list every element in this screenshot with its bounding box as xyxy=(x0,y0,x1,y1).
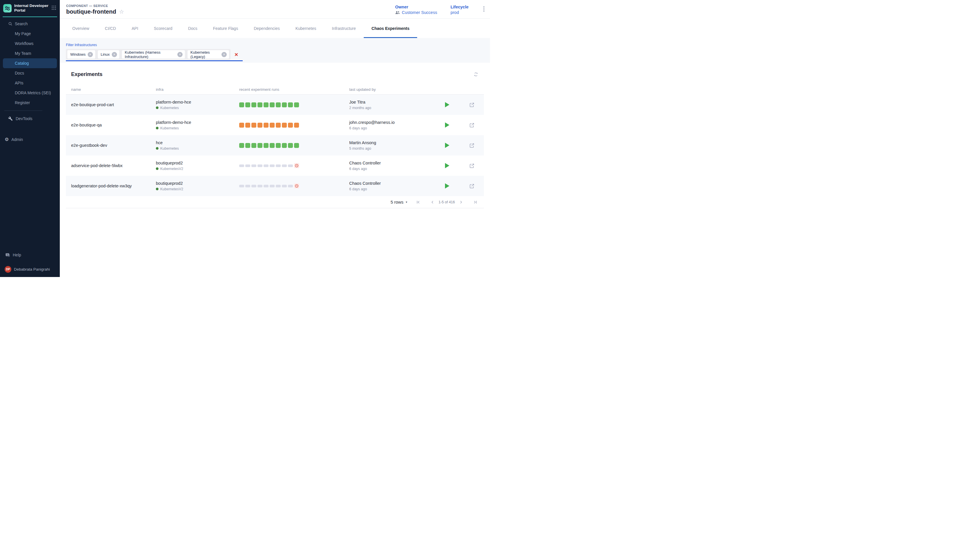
experiment-run-square[interactable] xyxy=(276,102,281,107)
sidebar-item-devtools[interactable]: DevTools xyxy=(0,114,60,124)
experiment-run-square[interactable] xyxy=(263,102,268,107)
sidebar-item-docs[interactable]: Docs xyxy=(0,68,60,78)
experiment-run-square[interactable] xyxy=(257,123,262,127)
tab-dependencies[interactable]: Dependencies xyxy=(246,19,288,38)
rows-per-page-select[interactable]: 5 rows ▾ xyxy=(390,199,407,204)
experiment-run-square[interactable] xyxy=(263,143,268,148)
tab-chaos-experiments[interactable]: Chaos Experiments xyxy=(364,19,417,38)
clear-filters-button[interactable]: × xyxy=(235,51,238,57)
experiment-run-square[interactable] xyxy=(263,123,268,127)
favorite-star-icon[interactable]: ☆ xyxy=(119,9,124,14)
sidebar-item-my-team[interactable]: My Team xyxy=(0,48,60,58)
experiment-run-square[interactable] xyxy=(282,164,287,167)
experiment-run-square[interactable] xyxy=(251,102,256,107)
experiment-run-square[interactable] xyxy=(288,185,293,187)
experiment-run-square[interactable] xyxy=(251,143,256,148)
open-in-new-icon[interactable] xyxy=(469,183,475,189)
experiment-run-square[interactable] xyxy=(257,143,262,148)
tab-docs[interactable]: Docs xyxy=(180,19,205,38)
sidebar-item-catalog[interactable]: Catalog xyxy=(3,58,57,68)
sidebar-item-admin[interactable]: ⚙ Admin xyxy=(0,135,60,145)
refresh-icon[interactable] xyxy=(473,72,479,77)
experiment-run-square[interactable] xyxy=(245,123,250,127)
open-in-new-icon[interactable] xyxy=(469,102,475,108)
tab-api[interactable]: API xyxy=(124,19,146,38)
remove-chip-icon[interactable]: × xyxy=(177,52,183,57)
experiment-row[interactable]: e2e-boutique-qa platform-demo-hce Kubern… xyxy=(66,115,484,135)
remove-chip-icon[interactable]: × xyxy=(222,52,227,57)
more-options-kebab-icon[interactable] xyxy=(482,5,486,11)
experiment-run-square[interactable] xyxy=(257,185,262,187)
sidebar-item-register[interactable]: Register xyxy=(0,98,60,108)
first-page-button[interactable] xyxy=(415,199,422,205)
experiment-run-square[interactable] xyxy=(276,185,281,187)
tab-overview[interactable]: Overview xyxy=(64,19,97,38)
experiment-run-square[interactable] xyxy=(288,143,293,148)
experiment-row[interactable]: loadgenerator-pod-delete-xw3qy boutiquep… xyxy=(66,176,484,196)
tab-kubernetes[interactable]: Kubernetes xyxy=(288,19,324,38)
run-experiment-play-button[interactable] xyxy=(445,143,449,148)
experiment-row[interactable]: e2e-boutique-prod-cart platform-demo-hce… xyxy=(66,95,484,115)
overdue-clock-icon[interactable] xyxy=(294,183,299,188)
experiment-run-square[interactable] xyxy=(276,143,281,148)
filter-input[interactable]: Windows×Linux×Kubernetes (Harness Infras… xyxy=(66,49,243,61)
experiment-run-square[interactable] xyxy=(245,143,250,148)
run-experiment-play-button[interactable] xyxy=(445,163,449,168)
experiment-run-square[interactable] xyxy=(251,164,256,167)
experiment-run-square[interactable] xyxy=(263,164,268,167)
experiment-run-square[interactable] xyxy=(245,185,250,187)
experiment-run-square[interactable] xyxy=(257,164,262,167)
experiment-run-square[interactable] xyxy=(282,185,287,187)
experiment-run-square[interactable] xyxy=(288,123,293,127)
experiment-run-square[interactable] xyxy=(245,102,250,107)
experiment-run-square[interactable] xyxy=(257,102,262,107)
experiment-run-square[interactable] xyxy=(270,164,275,167)
experiment-run-square[interactable] xyxy=(251,123,256,127)
experiment-run-square[interactable] xyxy=(282,123,287,127)
tab-ci-cd[interactable]: CI/CD xyxy=(97,19,124,38)
open-in-new-icon[interactable] xyxy=(469,123,475,128)
sidebar-item-workflows[interactable]: Workflows xyxy=(0,38,60,48)
remove-chip-icon[interactable]: × xyxy=(88,52,93,57)
owner-link[interactable]: Customer Success xyxy=(395,10,437,15)
experiment-run-square[interactable] xyxy=(294,143,299,148)
experiment-run-square[interactable] xyxy=(239,102,244,107)
experiment-run-square[interactable] xyxy=(282,143,287,148)
experiment-run-square[interactable] xyxy=(270,123,275,127)
remove-chip-icon[interactable]: × xyxy=(112,52,117,57)
experiment-run-square[interactable] xyxy=(245,164,250,167)
sidebar-item-apis[interactable]: APIs xyxy=(0,78,60,88)
experiment-run-square[interactable] xyxy=(276,123,281,127)
experiment-run-square[interactable] xyxy=(288,102,293,107)
experiment-run-square[interactable] xyxy=(270,185,275,187)
open-in-new-icon[interactable] xyxy=(469,143,475,148)
sidebar-item-search[interactable]: Search xyxy=(0,19,60,29)
experiment-run-square[interactable] xyxy=(270,143,275,148)
experiment-run-square[interactable] xyxy=(239,123,244,127)
experiment-run-square[interactable] xyxy=(270,102,275,107)
overdue-clock-icon[interactable] xyxy=(294,163,299,168)
experiment-run-square[interactable] xyxy=(239,164,244,167)
filter-infrastructures-label[interactable]: Filter Infrastructures xyxy=(66,43,484,47)
experiment-run-square[interactable] xyxy=(263,185,268,187)
sidebar-item-help[interactable]: ? Help xyxy=(0,250,60,260)
experiment-row[interactable]: adservice-pod-delete-5lwbx boutiqueprod2… xyxy=(66,156,484,176)
run-experiment-play-button[interactable] xyxy=(445,123,449,127)
experiment-run-square[interactable] xyxy=(294,123,299,127)
next-page-button[interactable] xyxy=(458,199,464,205)
sidebar-item-my-page[interactable]: My Page xyxy=(0,29,60,38)
tab-feature-flags[interactable]: Feature Flags xyxy=(205,19,246,38)
experiment-run-square[interactable] xyxy=(276,164,281,167)
experiment-run-square[interactable] xyxy=(251,185,256,187)
sidebar-item-dora-metrics-sei-[interactable]: DORA Metrics (SEI) xyxy=(0,88,60,98)
last-page-button[interactable] xyxy=(472,199,479,205)
previous-page-button[interactable] xyxy=(429,199,436,205)
apps-grid-icon[interactable] xyxy=(51,5,56,11)
open-in-new-icon[interactable] xyxy=(469,163,475,169)
run-experiment-play-button[interactable] xyxy=(445,102,449,107)
tab-scorecard[interactable]: Scorecard xyxy=(146,19,180,38)
experiment-row[interactable]: e2e-guestbook-dev hce Kubernetes Martin … xyxy=(66,135,484,156)
user-menu[interactable]: DP Debabrata Panigrahi xyxy=(0,264,60,274)
tab-infrastructure[interactable]: Infrastructure xyxy=(324,19,364,38)
experiment-run-square[interactable] xyxy=(282,102,287,107)
